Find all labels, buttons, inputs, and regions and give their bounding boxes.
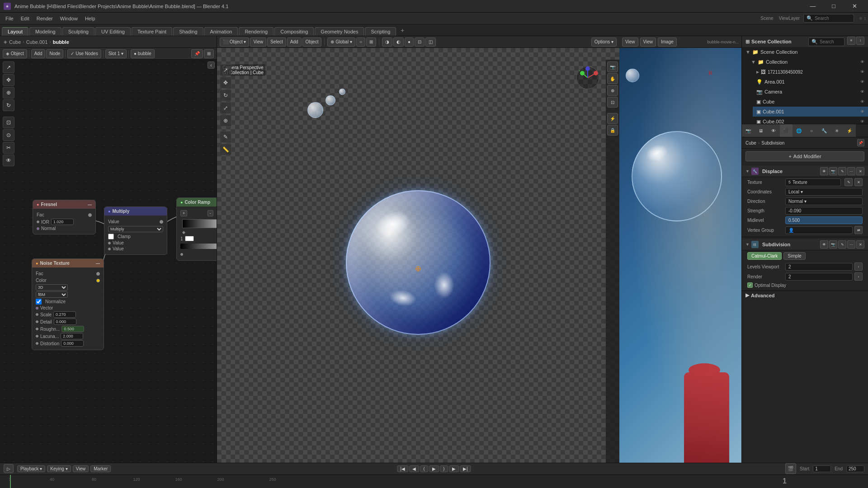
render-frame-btn[interactable]: 🎬: [785, 463, 796, 474]
node-multiply-val1-socket[interactable]: [108, 242, 111, 244]
outliner-sync[interactable]: ↕: [856, 37, 864, 45]
prop-tab-particles[interactable]: ✳: [830, 124, 843, 137]
subdivision-more[interactable]: ⋯: [847, 240, 855, 249]
tab-geometry-nodes[interactable]: Geometry Nodes: [315, 27, 364, 36]
viewport-xray-toggle[interactable]: ◫: [425, 38, 436, 47]
subdivision-render-value[interactable]: 2: [785, 273, 853, 281]
viewport-options[interactable]: Options ▾: [591, 38, 617, 47]
outliner-item-area001[interactable]: 💡 Area.001 👁: [753, 77, 868, 87]
view-menu-tl[interactable]: View: [73, 465, 89, 472]
properties-pin[interactable]: 📌: [857, 139, 864, 146]
node-fresnel-ior-socket[interactable]: [37, 221, 39, 223]
displace-vg-value[interactable]: 👤: [785, 226, 853, 234]
node-multiply-value-out-socket[interactable]: [160, 220, 163, 224]
node-panel-collapse[interactable]: ‹: [208, 61, 215, 69]
next-frame-btn[interactable]: ▶: [449, 465, 459, 472]
node-fresnel-ior-value[interactable]: 1.020: [51, 219, 74, 225]
tab-uv-editing[interactable]: UV Editing: [95, 27, 131, 36]
tab-layout[interactable]: Layout: [2, 27, 28, 36]
node-canvas[interactable]: ↗ ✥ ⊕ ↻ ⊡ ⊙ ✂ 👁: [0, 60, 217, 463]
node-color-ramp[interactable]: ● Color Ramp + - Pe ◆ ◆ 1: [176, 197, 217, 261]
timeline-ruler[interactable]: 1 40 80 120 160 200 250 1: [0, 475, 868, 488]
node-pin[interactable]: 📌: [191, 49, 203, 58]
maximize-button[interactable]: □: [824, 0, 844, 13]
camera-view-btn[interactable]: 📷: [607, 61, 618, 72]
rotate-tool[interactable]: ↻: [220, 89, 231, 101]
viewport-shading-material[interactable]: ◐: [393, 38, 404, 47]
subdivision-levels-value[interactable]: 2: [785, 263, 853, 271]
node-fresnel-close[interactable]: —: [88, 202, 92, 207]
camera-image-menu[interactable]: Image: [658, 38, 677, 47]
tab-compositing[interactable]: Compositing: [274, 27, 314, 36]
menu-render[interactable]: Render: [33, 15, 57, 22]
menu-edit[interactable]: Edit: [17, 15, 33, 22]
node-zoom-tool[interactable]: ⊕: [3, 87, 14, 99]
node-cut-tool[interactable]: ✂: [3, 142, 14, 154]
displace-strength-value[interactable]: -0.090: [785, 207, 863, 215]
add-modifier-button[interactable]: + Add Modifier: [745, 151, 864, 161]
displace-close[interactable]: ✕: [856, 167, 864, 175]
next-keyframe-btn[interactable]: ⟩: [440, 465, 448, 472]
img-eye-1[interactable]: 👁: [860, 70, 864, 74]
displace-coord-value[interactable]: Local ▾: [785, 188, 863, 196]
outliner-filter[interactable]: ≡: [847, 37, 855, 45]
displace-edit[interactable]: ✎: [838, 167, 846, 175]
node-noise-fac-socket[interactable]: [96, 272, 100, 276]
prev-keyframe-btn[interactable]: ⟨: [420, 465, 428, 472]
node-slot[interactable]: Slot 1 ▾: [105, 49, 127, 58]
displace-show-render[interactable]: 📷: [829, 167, 837, 175]
playback-menu[interactable]: Playback ▾: [17, 465, 45, 472]
jump-end-btn[interactable]: ▶|: [460, 465, 471, 472]
viewport-global[interactable]: ⊕ Global ▾: [327, 38, 355, 47]
node-noise-lacunarity-socket[interactable]: [36, 335, 38, 338]
outliner-item-cube001[interactable]: ▣ Cube.001 👁: [753, 107, 868, 117]
node-noise-normalize-checkbox[interactable]: [36, 299, 42, 305]
cube002-eye[interactable]: 👁: [860, 119, 864, 124]
viewport-view-menu[interactable]: View: [250, 38, 266, 47]
hand-pan-btn[interactable]: ✋: [607, 73, 618, 84]
node-frame-tool[interactable]: ⊡: [3, 117, 14, 128]
displace-texture-value[interactable]: 5 Texture: [785, 178, 841, 186]
timeline-type-btn[interactable]: ▷: [4, 464, 14, 473]
render-preview-btn[interactable]: ⚡: [607, 113, 618, 124]
outliner-item-cube[interactable]: ▣ Cube 👁: [753, 97, 868, 107]
menu-window[interactable]: Window: [57, 15, 81, 22]
node-noise-distortion-socket[interactable]: [36, 342, 38, 345]
viewport-shading-render[interactable]: ●: [405, 38, 414, 47]
displace-more[interactable]: ⋯: [847, 167, 855, 175]
subdivision-close[interactable]: ✕: [856, 240, 864, 249]
prop-tab-render[interactable]: 📷: [742, 124, 755, 137]
node-noise-scale-socket[interactable]: [36, 313, 38, 316]
node-multiply-op-select[interactable]: Multiply: [108, 226, 163, 232]
prev-frame-btn[interactable]: ◀: [409, 465, 419, 472]
node-editor-type[interactable]: ◈ Object: [3, 49, 27, 58]
annotate-tool[interactable]: ✎: [220, 131, 231, 143]
tab-texture-paint[interactable]: Texture Paint: [132, 27, 172, 36]
transform-tool[interactable]: ⊕: [220, 115, 231, 127]
node-noise-minus[interactable]: —: [96, 261, 100, 266]
jump-start-btn[interactable]: |◀: [397, 465, 408, 472]
node-noise-vector-socket[interactable]: [36, 307, 38, 310]
outliner-item-cube002[interactable]: ▣ Cube.002 👁: [753, 117, 868, 124]
node-fresnel[interactable]: ● Fresnel — Fac IOR 1.020: [33, 200, 96, 235]
node-noise-detail-socket[interactable]: [36, 320, 38, 323]
viewport-shading-solid[interactable]: ◑: [382, 38, 392, 47]
viewport-object-menu[interactable]: Object: [302, 38, 322, 47]
camera-view-type[interactable]: View: [622, 38, 638, 47]
node-multiply-val2-socket[interactable]: [108, 248, 111, 250]
node-color-ramp-fac-in-socket[interactable]: [180, 253, 183, 256]
node-overlay[interactable]: ⊞: [204, 49, 214, 58]
node-fresnel-normal-socket[interactable]: [37, 227, 39, 230]
scale-tool[interactable]: ⤢: [220, 102, 231, 114]
menu-file[interactable]: File: [2, 15, 17, 22]
subdivision-catmul-clark[interactable]: Catmul-Clark: [747, 252, 782, 260]
node-noise-distortion-value[interactable]: 0.000: [61, 340, 84, 347]
viewport-add-menu[interactable]: Add: [287, 38, 302, 47]
move-tool[interactable]: ✥: [220, 77, 231, 89]
viewport-overlay-toggle[interactable]: ⊡: [415, 38, 425, 47]
tab-modeling[interactable]: Modeling: [29, 27, 61, 36]
subdivision-levels-up[interactable]: ›: [854, 263, 863, 271]
node-noise-roughness-value[interactable]: 0.500: [61, 326, 84, 332]
node-multiply[interactable]: ● Multiply Value Multiply C: [104, 206, 167, 255]
tab-scripting[interactable]: Scripting: [365, 27, 396, 36]
